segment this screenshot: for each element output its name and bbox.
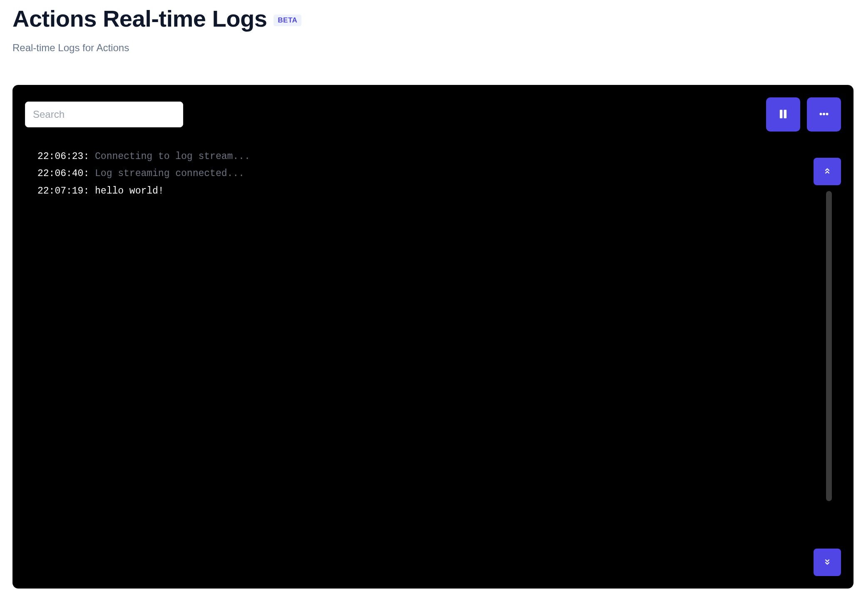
svg-point-2: [820, 113, 822, 115]
pause-icon: [778, 109, 789, 121]
page-subtitle: Real-time Logs for Actions: [12, 42, 854, 54]
svg-rect-0: [780, 110, 782, 118]
log-separator: :: [83, 186, 95, 196]
chevrons-down-icon: [823, 557, 832, 568]
page-title: Actions Real-time Logs: [12, 5, 267, 32]
scroll-to-top-button[interactable]: [814, 158, 841, 185]
log-separator: :: [83, 168, 95, 179]
log-message: Connecting to log stream...: [95, 151, 250, 162]
log-message: hello world!: [95, 186, 164, 196]
more-options-button[interactable]: [807, 97, 841, 132]
beta-badge: BETA: [274, 15, 301, 26]
log-output: 22:06:23: Connecting to log stream...22:…: [25, 148, 841, 200]
log-line: 22:06:40: Log streaming connected...: [37, 165, 841, 182]
search-input[interactable]: [25, 102, 183, 127]
toolbar-right: [766, 97, 841, 132]
log-message: Log streaming connected...: [95, 168, 244, 179]
svg-rect-1: [784, 110, 786, 118]
log-line: 22:07:19: hello world!: [37, 183, 841, 200]
svg-point-4: [826, 113, 828, 115]
page-header: Actions Real-time Logs BETA: [12, 5, 854, 32]
chevrons-up-icon: [823, 166, 832, 177]
log-console-panel: 22:06:23: Connecting to log stream...22:…: [12, 85, 854, 589]
scrollbar[interactable]: [826, 191, 832, 501]
log-timestamp: 22:06:40: [37, 168, 83, 179]
log-line: 22:06:23: Connecting to log stream...: [37, 148, 841, 165]
pause-button[interactable]: [766, 97, 800, 132]
log-timestamp: 22:06:23: [37, 151, 83, 162]
log-timestamp: 22:07:19: [37, 186, 83, 196]
scroll-to-bottom-button[interactable]: [814, 549, 841, 576]
console-toolbar: [25, 97, 841, 132]
svg-point-3: [823, 113, 825, 115]
log-separator: :: [83, 151, 95, 162]
more-horizontal-icon: [819, 109, 829, 121]
